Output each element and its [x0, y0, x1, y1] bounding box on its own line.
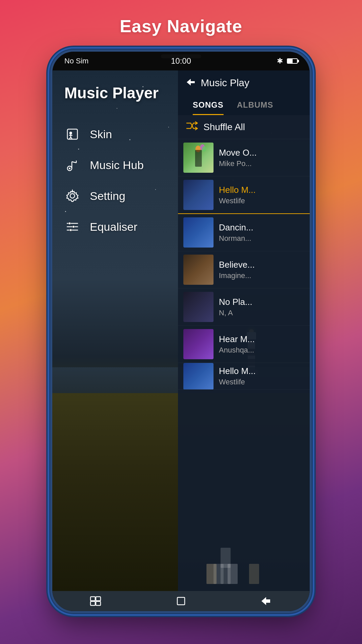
- app-title: Music Player: [52, 70, 183, 119]
- song-thumb-5: [183, 292, 214, 322]
- svg-point-17: [70, 229, 72, 231]
- song-artist-2: Westlife: [219, 197, 310, 205]
- gear-icon: [64, 188, 80, 204]
- svg-point-13: [68, 222, 71, 225]
- shuffle-label: Shuffle All: [203, 122, 245, 132]
- song-item-3[interactable]: Dancin... Norman...: [178, 214, 310, 251]
- svg-marker-24: [261, 597, 270, 605]
- svg-rect-20: [96, 597, 101, 601]
- svg-line-9: [72, 162, 76, 163]
- equaliser-label: Equaliser: [90, 220, 137, 233]
- svg-point-7: [69, 168, 70, 169]
- equaliser-icon: [64, 219, 80, 235]
- song-title-5: No Pla...: [219, 297, 310, 307]
- music-hub-label: Music Hub: [90, 159, 144, 172]
- song-artist-6: Anushqa...: [219, 346, 310, 355]
- song-info-7: Hello M... Westlife: [219, 366, 310, 386]
- music-hub-icon: [64, 157, 80, 173]
- song-title-1: Move O...: [219, 148, 310, 158]
- nav-back-button[interactable]: [254, 594, 279, 608]
- song-title-3: Dancin...: [219, 222, 310, 233]
- song-info-2: Hello M... Westlife: [219, 185, 310, 205]
- music-panel: Music Play SONGS ALBUMS: [178, 70, 310, 611]
- menu-item-skin[interactable]: Skin: [52, 119, 183, 150]
- song-info-6: Hear M... Anushqa...: [219, 334, 310, 355]
- song-artist-5: N, A: [219, 309, 310, 317]
- skin-icon: [64, 126, 80, 142]
- menu-item-setting[interactable]: Setting: [52, 180, 183, 211]
- song-thumb-2: [183, 180, 214, 210]
- svg-rect-21: [90, 601, 95, 605]
- song-item-1[interactable]: Move O... Mike Po...: [178, 139, 310, 176]
- song-artist-7: Westlife: [219, 378, 310, 386]
- tabs-row: SONGS ALBUMS: [178, 95, 310, 115]
- song-title-2: Hello M...: [219, 185, 310, 195]
- bluetooth-icon: ✱: [277, 57, 283, 65]
- skin-label: Skin: [90, 128, 112, 141]
- nav-recent-button[interactable]: [83, 593, 108, 609]
- song-info-5: No Pla... N, A: [219, 297, 310, 317]
- song-item-2[interactable]: Hello M... Westlife: [178, 176, 310, 214]
- setting-label: Setting: [90, 190, 125, 203]
- svg-rect-0: [67, 129, 77, 139]
- shuffle-row[interactable]: Shuffle All: [178, 115, 310, 139]
- song-artist-4: Imagine...: [219, 271, 310, 280]
- phone-frame: No Sim 10:00 ✱: [50, 50, 312, 613]
- panel-back-button[interactable]: [186, 76, 195, 89]
- song-thumb-1: [183, 143, 214, 173]
- song-thumb-6: [183, 329, 214, 359]
- svg-point-15: [72, 226, 75, 228]
- svg-point-11: [70, 194, 74, 198]
- song-item-5[interactable]: No Pla... N, A: [178, 288, 310, 326]
- page-title: Easy Navigate: [120, 16, 242, 36]
- status-bar: No Sim 10:00 ✱: [52, 52, 310, 70]
- song-title-4: Believe...: [219, 260, 310, 270]
- song-info-3: Dancin... Norman...: [219, 222, 310, 243]
- svg-rect-23: [177, 597, 185, 605]
- panel-title: Music Play: [201, 77, 249, 89]
- status-icons: ✱: [277, 57, 298, 65]
- nav-home-button[interactable]: [169, 593, 193, 609]
- shuffle-icon: [186, 121, 198, 133]
- bottom-nav: [52, 591, 310, 611]
- svg-rect-19: [90, 597, 95, 601]
- song-thumb-4: [183, 255, 214, 285]
- svg-marker-18: [187, 79, 195, 86]
- song-title-7: Hello M...: [219, 366, 310, 376]
- song-item-7[interactable]: Hello M... Westlife: [178, 363, 310, 390]
- drawer-menu: Music Player Skin: [52, 70, 183, 611]
- menu-item-equaliser[interactable]: Equaliser: [52, 211, 183, 242]
- tab-songs[interactable]: SONGS: [186, 95, 230, 115]
- song-title-6: Hear M...: [219, 334, 310, 344]
- song-artist-1: Mike Po...: [219, 159, 310, 168]
- battery-icon: [287, 58, 298, 64]
- panel-header: Music Play: [178, 70, 310, 95]
- phone-content: Music Player Skin: [52, 70, 310, 611]
- song-item-4[interactable]: Believe... Imagine...: [178, 251, 310, 288]
- svg-rect-22: [96, 601, 101, 605]
- song-thumb-7: [183, 363, 214, 390]
- song-thumb-3: [183, 217, 214, 248]
- carrier-text: No Sim: [64, 57, 88, 65]
- song-list: Move O... Mike Po... Hello M... Westlife: [178, 139, 310, 611]
- song-item-6[interactable]: Hear M... Anushqa...: [178, 326, 310, 363]
- song-info-1: Move O... Mike Po...: [219, 148, 310, 168]
- tab-albums[interactable]: ALBUMS: [230, 95, 280, 115]
- time-text: 10:00: [171, 56, 191, 66]
- song-info-4: Believe... Imagine...: [219, 260, 310, 280]
- menu-item-music-hub[interactable]: Music Hub: [52, 150, 183, 180]
- song-artist-3: Norman...: [219, 234, 310, 243]
